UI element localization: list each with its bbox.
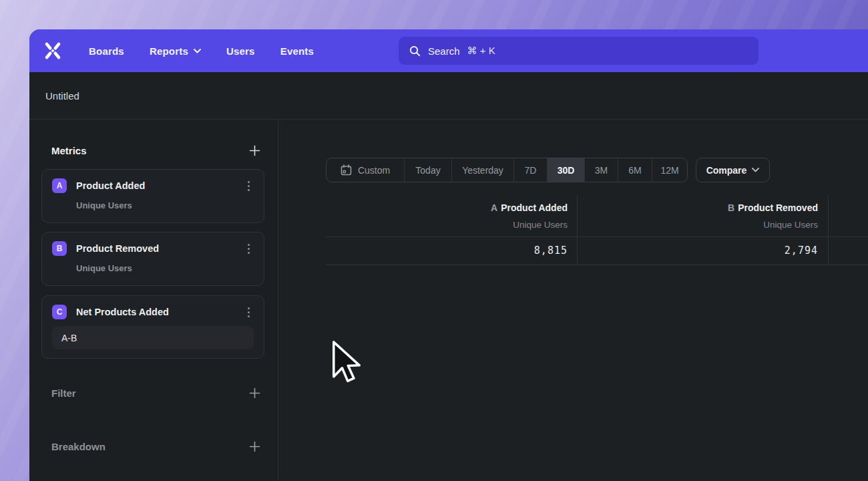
add-filter-icon[interactable] [249,387,260,399]
table-bottom-divider [326,265,868,265]
query-builder-sidebar: Metrics A Product Added Unique Users [29,120,278,480]
table-value-a: 8,815 [354,244,568,257]
date-range-control: Custom Today Yesterday 7D 30D 3M 6M 12M [326,158,688,182]
results-panel: Custom Today Yesterday 7D 30D 3M 6M 12M … [278,120,868,480]
nav-item-boards[interactable]: Boards [89,45,124,57]
compare-label: Compare [706,165,747,176]
search-placeholder: Search [428,45,460,57]
add-breakdown-icon[interactable] [249,441,260,452]
nav-item-reports[interactable]: Reports [150,45,201,57]
metric-letter-badge: C [52,305,67,319]
report-titlebar: Untitled [29,72,868,120]
compare-button[interactable]: Compare [696,158,770,182]
breakdown-section: Breakdown [29,438,278,454]
date-range-yesterday[interactable]: Yesterday [452,158,514,182]
date-range-label: 7D [525,165,537,176]
metric-letter-badge: B [52,241,67,256]
table-column-divider [828,195,829,265]
date-range-label: Today [415,165,440,176]
date-range-label: Custom [358,165,390,176]
nav-item-label: Users [226,45,255,57]
date-range-6m[interactable]: 6M [618,158,652,182]
nav-item-label: Events [280,45,314,57]
column-letter: B [728,202,734,213]
metric-name[interactable]: Product Added [76,180,234,191]
date-range-today[interactable]: Today [405,158,452,182]
table-column-divider [577,195,578,265]
table-column-header-b: BProduct Removed Unique Users [604,201,818,232]
metric-name[interactable]: Product Removed [76,243,234,254]
search-icon [409,45,421,57]
metric-letter-badge: A [52,178,67,193]
date-range-label: Yesterday [462,165,503,176]
metric-name[interactable]: Net Products Added [76,307,234,317]
date-range-12m[interactable]: 12M [652,158,687,182]
add-metric-icon[interactable] [249,145,260,156]
column-letter: A [491,202,497,213]
column-name: Product Removed [738,202,818,213]
metric-card-net-products-added[interactable]: C Net Products Added A-B [41,295,264,359]
nav-item-events[interactable]: Events [280,45,314,57]
table-header-divider [326,236,868,237]
date-range-label: 3M [595,165,608,176]
date-range-custom[interactable]: Custom [327,158,405,182]
metrics-header: Metrics [29,143,278,158]
chevron-down-icon [194,49,201,53]
nav-item-label: Boards [89,45,124,57]
app-window: Boards Reports Users Events Search [29,29,868,481]
date-range-30d-selected[interactable]: 30D [548,158,585,182]
filter-label: Filter [51,387,76,399]
metric-measurement[interactable]: Unique Users [76,200,254,210]
mixpanel-logo-icon[interactable] [42,40,63,61]
nav-item-users[interactable]: Users [226,45,255,57]
metric-measurement[interactable]: Unique Users [76,263,254,273]
nav-item-label: Reports [150,45,188,57]
formula-value: A-B [61,333,77,343]
breakdown-label: Breakdown [51,441,105,452]
top-navbar: Boards Reports Users Events Search [29,29,868,72]
search-input[interactable]: Search ⌘ + K [399,37,758,65]
table-column-header-a: AProduct Added Unique Users [354,201,568,232]
calendar-icon [341,164,352,176]
date-range-3m[interactable]: 3M [585,158,618,182]
kebab-menu-icon[interactable] [243,306,254,318]
metrics-label: Metrics [51,145,87,156]
date-range-7d[interactable]: 7D [514,158,548,182]
date-range-label: 6M [628,165,641,176]
search-shortcut-hint: ⌘ + K [467,45,495,57]
column-subtitle: Unique Users [604,218,818,232]
column-subtitle: Unique Users [354,218,568,232]
report-title[interactable]: Untitled [45,90,79,102]
column-name: Product Added [501,202,568,213]
kebab-menu-icon[interactable] [243,243,254,255]
desktop-background: Boards Reports Users Events Search [0,0,868,481]
date-range-label: 30D [558,165,575,176]
date-range-label: 12M [660,165,678,176]
metric-card-product-added[interactable]: A Product Added Unique Users [41,169,264,223]
kebab-menu-icon[interactable] [243,180,254,192]
chevron-down-icon [752,168,759,172]
table-value-b: 2,794 [604,244,818,257]
metric-card-product-removed[interactable]: B Product Removed Unique Users [41,232,264,286]
formula-input[interactable]: A-B [52,326,254,349]
nav-menu: Boards Reports Users Events [89,45,314,57]
filter-section: Filter [29,385,278,401]
